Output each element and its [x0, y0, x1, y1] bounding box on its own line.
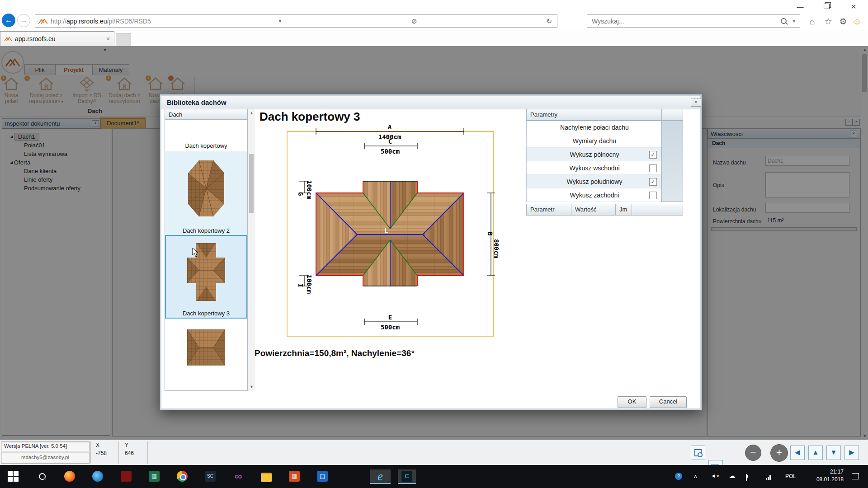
checkbox-checked[interactable] [649, 178, 657, 186]
svg-text:I: I [297, 283, 304, 287]
pan-up-button[interactable]: ▲ [808, 446, 823, 460]
cancel-button[interactable]: Cancel [650, 396, 687, 408]
param-row-wykusz-zachodni[interactable]: Wykusz zachodni [527, 188, 662, 202]
taskbar-blue-app-icon[interactable] [91, 469, 104, 483]
checkbox-checked[interactable] [649, 151, 657, 159]
parameters-rows: Nachylenie połaci dachu Wymiary dachu Wy… [526, 121, 662, 202]
param-row-wymiary[interactable]: Wymiary dachu [527, 134, 662, 148]
dialog-close-button[interactable]: ✕ [691, 99, 701, 107]
coord-y-label: Y [125, 442, 128, 448]
address-bar[interactable]: http://app.rsroofs.eu/pl/RSD5/RSD5 ▼ ⊘ ↻ [35, 14, 557, 28]
parameters-value-column [661, 121, 683, 202]
list-scrollbar-thumb[interactable] [249, 154, 254, 213]
param-row-wykusz-wschodni[interactable]: Wykusz wschodni [527, 161, 662, 175]
pan-right-button[interactable]: ▶ [844, 446, 859, 460]
coord-x-value: -758 [96, 450, 107, 456]
param-table-header-wartosc[interactable]: Wartość [571, 204, 616, 216]
param-row-wykusz-polnocny[interactable]: Wykusz północny [527, 148, 662, 161]
checkbox-unchecked[interactable] [649, 164, 657, 172]
taskbar-c-app-icon[interactable]: C [398, 469, 416, 484]
zoom-out-button[interactable]: − [745, 445, 761, 461]
search-icon[interactable] [781, 18, 787, 24]
svg-text:B: B [486, 232, 494, 235]
zoom-fit-all-button[interactable] [691, 446, 705, 460]
list-item-dach-kopertowy-2[interactable]: Dach kopertowy 2 [165, 151, 247, 235]
browser-tab[interactable]: app.rsroofs.eu ✕ [0, 31, 114, 46]
taskbar-internet-explorer-icon[interactable]: e [370, 469, 391, 484]
taskbar-firefox-icon[interactable] [63, 469, 76, 483]
search-dropdown-icon[interactable]: ▼ [792, 19, 796, 23]
svg-text:G: G [297, 192, 304, 196]
new-tab-button[interactable] [116, 33, 131, 47]
svg-text:800cm: 800cm [493, 239, 500, 258]
tab-title: app.rsroofs.eu [15, 35, 56, 42]
list-item-next-roof[interactable] [165, 319, 247, 390]
taskbar-explorer-folder-icon[interactable] [259, 469, 273, 483]
coord-y-value: 646 [125, 450, 134, 456]
taskbar-darkred-app-icon[interactable] [119, 469, 133, 483]
tray-battery-icon[interactable] [746, 474, 747, 481]
taskbar-visualstudio-icon[interactable]: ∞ [231, 469, 245, 483]
param-row-wykusz-poludniowy[interactable]: Wykusz południowy [527, 175, 662, 188]
checkbox-unchecked[interactable] [649, 192, 657, 199]
back-button[interactable]: ← [2, 14, 15, 27]
pan-down-button[interactable]: ▼ [826, 446, 841, 460]
tray-volume-muted-icon[interactable]: ◄✕ [711, 473, 719, 479]
list-scroll-up-icon[interactable]: ▲ [248, 111, 255, 115]
search-box[interactable]: ▼ [587, 14, 800, 28]
coord-x-label: X [96, 442, 99, 448]
tray-clock-time[interactable]: 21:17 [807, 469, 844, 475]
roof-library-dialog: Biblioteka dachów ✕ Dach Dach kopertowy … [160, 94, 702, 410]
tray-action-center-icon[interactable] [852, 473, 859, 481]
tab-favicon-icon [4, 36, 12, 42]
svg-text:C: C [388, 138, 392, 145]
taskbar-orange-grid-app-icon[interactable]: ▦ [288, 469, 301, 483]
taskbar-sc-app-icon[interactable]: SC [203, 469, 217, 483]
settings-gear-icon[interactable]: ⚙ [837, 16, 849, 27]
window-minimize-button[interactable]: — [791, 3, 809, 11]
forward-button[interactable]: → [17, 14, 30, 27]
tray-help-icon[interactable]: ? [675, 473, 683, 480]
window-restore-button[interactable] [817, 3, 835, 11]
svg-text:100cm: 100cm [306, 180, 313, 199]
window-close-button[interactable]: ✕ [844, 3, 863, 11]
taskbar-blue-tile-app-icon[interactable]: ▤ [316, 469, 329, 483]
address-dropdown-icon[interactable]: ▼ [276, 19, 285, 23]
url-text: http://app.rsroofs.eu/pl/RSD5/RSD5 [51, 18, 151, 25]
mouse-cursor [192, 248, 199, 258]
site-favicon-icon [38, 18, 48, 24]
preview-summary: Powierzchnia=150,8m², Nachylenie=36° [255, 348, 415, 358]
pan-left-button[interactable]: ◀ [790, 446, 805, 460]
list-item-dach-kopertowy[interactable]: Dach kopertowy [165, 120, 247, 151]
roof-list-header[interactable]: Dach [165, 109, 248, 120]
tray-language-indicator[interactable]: POL [783, 473, 798, 479]
taskbar-chrome-icon[interactable] [175, 469, 189, 483]
tray-onedrive-cloud-icon[interactable]: ☁ [729, 472, 736, 480]
svg-text:A: A [388, 123, 392, 131]
param-row-nachylenie[interactable]: Nachylenie połaci dachu [527, 121, 662, 134]
tray-network-icon[interactable] [766, 474, 771, 480]
taskbar-search-icon[interactable] [35, 469, 49, 483]
list-scroll-down-icon[interactable]: ▼ [248, 385, 255, 389]
tray-hidden-icons-chevron[interactable]: ∧ [693, 473, 698, 479]
start-button[interactable] [6, 469, 20, 483]
dialog-titlebar[interactable]: Biblioteka dachów [161, 96, 700, 109]
param-table-header-jm[interactable]: Jm [615, 204, 632, 216]
stop-icon[interactable]: ⊘ [409, 17, 420, 25]
zoom-in-button[interactable]: + [770, 444, 788, 462]
windows-taskbar: ▦ SC ∞ ▦ ▤ e C ? ∧ ◄✕ ☁ POL 21:17 08.01.… [0, 465, 868, 488]
favorites-star-icon[interactable]: ☆ [822, 16, 835, 27]
ok-button[interactable]: OK [618, 396, 646, 408]
svg-text:500cm: 500cm [381, 148, 400, 155]
feedback-smiley-icon[interactable]: ☺ [851, 16, 863, 27]
tab-close-icon[interactable]: ✕ [106, 36, 110, 42]
param-table-header-parametr[interactable]: Parametr [526, 204, 571, 216]
search-input[interactable] [591, 17, 781, 25]
taskbar-green-app-icon[interactable]: ▦ [147, 469, 161, 483]
home-icon[interactable]: ⌂ [806, 16, 819, 27]
list-item-dach-kopertowy-3[interactable]: Dach kopertowy 3 [165, 235, 247, 319]
svg-text:E: E [388, 314, 392, 321]
tray-clock-date[interactable]: 08.01.2018 [807, 476, 844, 483]
roof-thumbnail-octagon [187, 157, 225, 220]
refresh-icon[interactable]: ↻ [544, 17, 554, 25]
